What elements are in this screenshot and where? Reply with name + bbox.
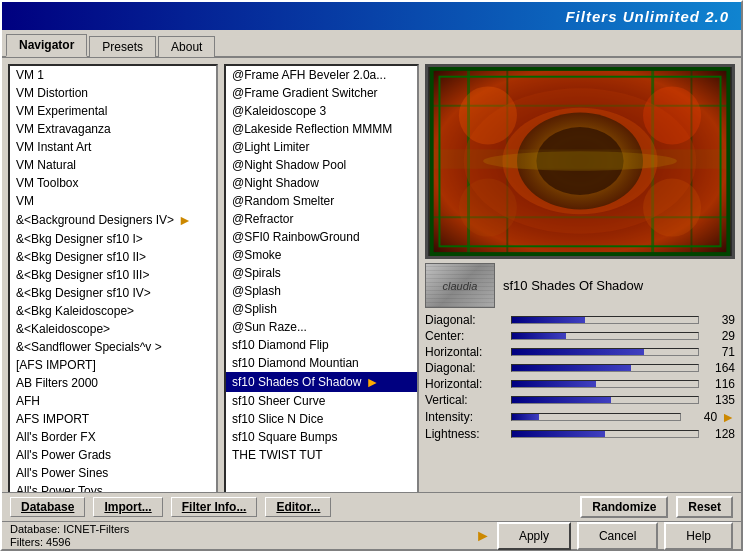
database-button[interactable]: Database xyxy=(10,497,85,517)
param-slider[interactable] xyxy=(511,430,699,438)
action-buttons: ► Apply Cancel Help xyxy=(475,522,733,550)
param-label: Diagonal: xyxy=(425,313,505,327)
middle-item-selected[interactable]: sf10 Shades Of Shadow ► xyxy=(226,372,417,392)
middle-item[interactable]: @Lakeside Reflection MMMM xyxy=(226,120,417,138)
middle-item[interactable]: @SFI0 RainbowGround xyxy=(226,228,417,246)
param-row-horizontal1: Horizontal: 71 xyxy=(425,344,735,360)
list-item[interactable]: &<Bkg Designer sf10 I> xyxy=(10,230,216,248)
list-item-label: &<Background Designers IV> xyxy=(16,213,174,227)
list-item[interactable]: [AFS IMPORT] xyxy=(10,356,216,374)
tab-presets[interactable]: Presets xyxy=(89,36,156,57)
list-item[interactable]: All's Power Grads xyxy=(10,446,216,464)
status-info: Database: ICNET-Filters Filters: 4596 xyxy=(10,523,129,548)
filters-value: 4596 xyxy=(46,536,70,548)
param-slider-fill xyxy=(512,349,644,355)
list-item[interactable]: VM 1 xyxy=(10,66,216,84)
middle-item[interactable]: @Random Smelter xyxy=(226,192,417,210)
param-slider[interactable] xyxy=(511,364,699,372)
left-filter-list[interactable]: VM 1 VM Distortion VM Experimental VM Ex… xyxy=(8,64,218,512)
param-value: 128 xyxy=(705,427,735,441)
list-item[interactable]: AFS IMPORT xyxy=(10,410,216,428)
arrow-right-icon: ► xyxy=(178,212,192,228)
param-slider[interactable] xyxy=(511,348,699,356)
bottom-area: Database Import... Filter Info... Editor… xyxy=(2,492,741,549)
apply-button[interactable]: Apply xyxy=(497,522,571,550)
randomize-button[interactable]: Randomize xyxy=(580,496,668,518)
filter-name-text: sf10 Shades Of Shadow xyxy=(503,278,735,293)
title-bar-text: Filters Unlimited 2.0 xyxy=(565,8,729,25)
middle-item[interactable]: sf10 Sheer Curve xyxy=(226,392,417,410)
svg-point-17 xyxy=(643,86,701,144)
svg-point-16 xyxy=(459,86,517,144)
list-item-background-designers[interactable]: &<Background Designers IV> ► xyxy=(10,210,216,230)
list-item[interactable]: &<Bkg Designer sf10 IV> xyxy=(10,284,216,302)
list-item[interactable]: AFH xyxy=(10,392,216,410)
right-panel: claudia sf10 Shades Of Shadow Diagonal: … xyxy=(425,64,735,512)
cancel-button[interactable]: Cancel xyxy=(577,522,658,550)
param-slider[interactable] xyxy=(511,413,681,421)
list-item[interactable]: VM Toolbox xyxy=(10,174,216,192)
middle-item[interactable]: sf10 Slice N Dice xyxy=(226,410,417,428)
list-item[interactable]: VM Distortion xyxy=(10,84,216,102)
middle-item[interactable]: @Night Shadow xyxy=(226,174,417,192)
middle-item[interactable]: @Night Shadow Pool xyxy=(226,156,417,174)
middle-item[interactable]: @Smoke xyxy=(226,246,417,264)
filter-info-button[interactable]: Filter Info... xyxy=(171,497,258,517)
filter-logo: claudia xyxy=(425,263,495,308)
database-label: Database: xyxy=(10,523,60,535)
list-item[interactable]: &<Bkg Kaleidoscope> xyxy=(10,302,216,320)
middle-item[interactable]: sf10 Square Bumps xyxy=(226,428,417,446)
middle-item[interactable]: @Frame Gradient Switcher xyxy=(226,84,417,102)
middle-item[interactable]: @Kaleidoscope 3 xyxy=(226,102,417,120)
param-slider[interactable] xyxy=(511,316,699,324)
param-slider[interactable] xyxy=(511,380,699,388)
middle-item[interactable]: @Refractor xyxy=(226,210,417,228)
list-item[interactable]: VM Instant Art xyxy=(10,138,216,156)
middle-item[interactable]: @Sun Raze... xyxy=(226,318,417,336)
param-slider-fill xyxy=(512,381,596,387)
list-item[interactable]: VM Extravaganza xyxy=(10,120,216,138)
middle-item[interactable]: @Light Limiter xyxy=(226,138,417,156)
param-label: Horizontal: xyxy=(425,377,505,391)
middle-item[interactable]: @Spirals xyxy=(226,264,417,282)
param-row-diagonal1: Diagonal: 39 xyxy=(425,312,735,328)
reset-button[interactable]: Reset xyxy=(676,496,733,518)
middle-item[interactable]: sf10 Diamond Flip xyxy=(226,336,417,354)
list-item[interactable]: All's Border FX xyxy=(10,428,216,446)
middle-filter-list[interactable]: @Frame AFH Beveler 2.0a... @Frame Gradie… xyxy=(224,64,419,512)
list-item[interactable]: VM Natural xyxy=(10,156,216,174)
middle-item[interactable]: sf10 Diamond Mountian xyxy=(226,354,417,372)
filters-status: Filters: 4596 xyxy=(10,536,129,548)
preview-area xyxy=(425,64,735,259)
editor-button[interactable]: Editor... xyxy=(265,497,331,517)
param-slider-fill xyxy=(512,317,585,323)
middle-item[interactable]: @Frame AFH Beveler 2.0a... xyxy=(226,66,417,84)
list-item[interactable]: AB Filters 2000 xyxy=(10,374,216,392)
svg-point-18 xyxy=(459,178,517,236)
list-item[interactable]: All's Power Sines xyxy=(10,464,216,482)
title-bar: Filters Unlimited 2.0 xyxy=(2,2,741,30)
param-value: 135 xyxy=(705,393,735,407)
param-slider[interactable] xyxy=(511,396,699,404)
help-button[interactable]: Help xyxy=(664,522,733,550)
import-button[interactable]: Import... xyxy=(93,497,162,517)
param-slider-fill xyxy=(512,414,539,420)
tab-navigator[interactable]: Navigator xyxy=(6,34,87,57)
list-item[interactable]: &<Bkg Designer sf10 III> xyxy=(10,266,216,284)
param-slider[interactable] xyxy=(511,332,699,340)
list-item[interactable]: &<Sandflower Specials^v > xyxy=(10,338,216,356)
list-item[interactable]: VM Experimental xyxy=(10,102,216,120)
middle-item[interactable]: THE TWIST TUT xyxy=(226,446,417,464)
main-window: Filters Unlimited 2.0 Navigator Presets … xyxy=(0,0,743,551)
list-item[interactable]: &<Bkg Designer sf10 II> xyxy=(10,248,216,266)
list-item[interactable]: VM xyxy=(10,192,216,210)
param-row-horizontal2: Horizontal: 116 xyxy=(425,376,735,392)
middle-item-label: sf10 Shades Of Shadow xyxy=(232,375,361,389)
list-item[interactable]: &<Kaleidoscope> xyxy=(10,320,216,338)
param-row-diagonal2: Diagonal: 164 xyxy=(425,360,735,376)
middle-item[interactable]: @Splash xyxy=(226,282,417,300)
param-label: Center: xyxy=(425,329,505,343)
middle-item[interactable]: @Splish xyxy=(226,300,417,318)
tab-about[interactable]: About xyxy=(158,36,215,57)
param-slider-fill xyxy=(512,333,566,339)
